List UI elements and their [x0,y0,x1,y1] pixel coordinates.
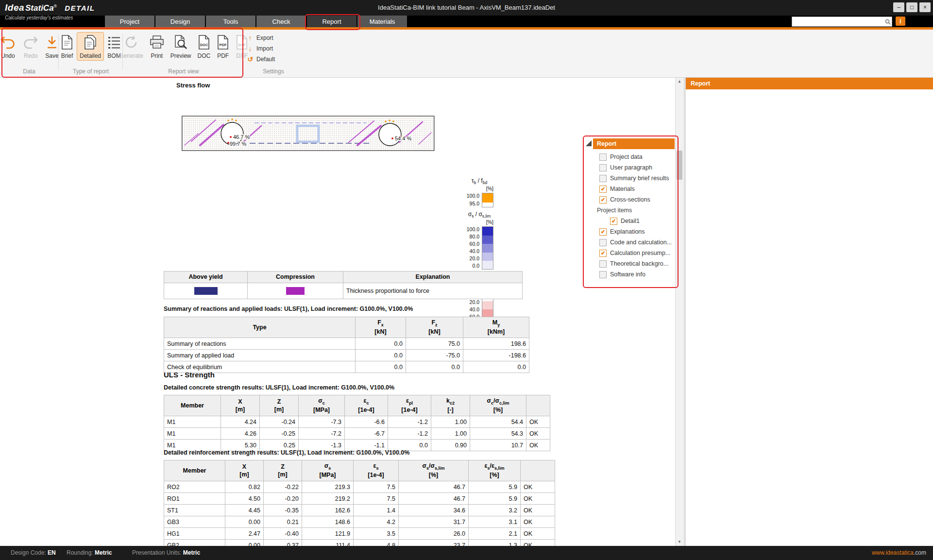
table-row: Thickness proportional to force [164,283,523,299]
print-button[interactable]: Print [147,33,167,60]
checkbox-checked-icon[interactable]: ✔ [599,250,607,257]
panel-checkbox-item[interactable]: ✔Calculation presump... [593,248,675,258]
table-row: M14.26-0.25-7.2-6.7-1.21.0054.3OK [164,428,550,440]
table-row: GB20.000.37111.44.823.71.3OK [164,540,555,546]
logo-tagline: Calculate yesterday's estimates [5,15,104,20]
brief-button[interactable]: Brief [58,33,76,60]
table-cell: 26.0 [399,528,469,540]
search-icon[interactable] [884,19,892,25]
table-cell: 148.6 [302,516,354,528]
generate-button[interactable]: Generate [117,33,146,60]
column-header: εpl[1e-4] [388,395,431,416]
checkbox-unchecked-icon[interactable] [599,271,607,278]
column-header: Z[m] [264,460,302,481]
tab-report[interactable]: Report [307,16,356,27]
table-cell: 54.4 [470,416,526,428]
app-window: IdeaStatiCa-BIM link tutorial Beam - Axi… [0,0,933,560]
table-cell: 0.0 [406,361,463,373]
vertical-scrollbar[interactable]: ▲ ▼ [675,77,684,546]
table-cell: 0.21 [264,516,302,528]
import-label: Import [256,45,273,52]
scrollbar-thumb[interactable] [677,151,682,180]
report-items-panel-header[interactable]: Report [593,138,675,149]
rounding-status: Rounding: Metric [67,549,112,556]
checkbox-unchecked-icon[interactable] [599,260,607,268]
checkbox-checked-icon[interactable]: ✔ [610,218,617,225]
minimize-icon[interactable]: – [893,2,904,12]
panel-checkbox-item[interactable]: Theoretical backgro... [593,258,675,269]
panel-checkbox-item[interactable]: Code and calculation... [593,237,675,248]
legend-color-segment [482,244,493,252]
redo-button[interactable]: Redo [20,33,41,60]
column-header: Member [164,460,225,481]
column-header: Member [164,395,221,416]
checkbox-unchecked-icon[interactable] [599,175,607,182]
panel-item-label: Project items [597,207,632,214]
accent-bar [0,27,933,30]
undo-button[interactable]: Undo [0,33,18,60]
table-cell: 4.50 [225,493,264,505]
save-icon [46,34,58,51]
column-header: Fx[kN] [356,317,406,338]
panel-checkbox-item[interactable]: Project data [593,152,675,162]
detailed-button[interactable]: Detailed [77,33,103,60]
table-row: RO20.82-0.22219.37.546.75.9OK [164,481,555,493]
panel-checkbox-item[interactable]: ✔Cross-sections [593,194,675,205]
table-row: RO14.50-0.20219.27.546.75.9OK [164,493,555,505]
printer-icon [150,34,164,51]
tab-tools[interactable]: Tools [206,16,255,27]
checkbox-checked-icon[interactable]: ✔ [599,186,607,193]
export-button[interactable]: ↑ Export [247,34,300,42]
legend-tick-label: 0.0 [472,263,479,269]
pdf-export-button[interactable]: PDF PDF [214,33,232,60]
stress-flow-heading: Stress flow [176,82,210,89]
doc-export-button[interactable]: DOC DOC [195,33,213,60]
tab-project[interactable]: Project [105,16,154,27]
panel-item-label: User paragraph [610,164,652,171]
export-label: Export [256,34,273,41]
generate-refresh-icon [124,34,138,51]
logo-statica: StatiCa [25,3,54,13]
panel-checkbox-item[interactable]: ✔Materials [593,184,675,194]
uls-strength-heading: ULS - Strength [164,371,215,379]
table-cell: OK [526,416,550,428]
panel-collapse-icon[interactable] [586,139,592,148]
checkbox-checked-icon[interactable]: ✔ [599,228,607,236]
tab-check[interactable]: Check [256,16,306,27]
tab-strip: Project Design Tools Check Report Materi… [0,16,933,27]
search-input[interactable] [792,18,884,25]
panel-checkbox-item[interactable]: ✔Detail1 [593,216,675,226]
license-info-button[interactable]: i [896,17,905,26]
table-cell: RO2 [164,481,225,493]
panel-checkbox-item[interactable]: Summary brief results [593,173,675,184]
svg-text:DXF: DXF [238,43,246,47]
close-icon[interactable]: × [919,2,931,12]
legend-tick-label: 20.0 [470,255,479,261]
panel-checkbox-item[interactable]: Software info [593,269,675,280]
default-button[interactable]: ↺ Default [247,55,300,64]
checkbox-unchecked-icon[interactable] [599,153,607,161]
stress-flow-plot: 46.7 % 99.7 % 54.4 % [182,113,435,153]
import-button[interactable]: ↓ Import [247,44,300,53]
website-link[interactable]: www.ideastatica.com [872,549,926,556]
window-controls: – □ × [893,2,931,12]
panel-checkbox-item[interactable]: ✔Explanations [593,226,675,237]
checkbox-unchecked-icon[interactable] [599,239,607,246]
report-dock-header[interactable]: Report [686,77,933,89]
logo-idea: Idea [5,2,24,13]
checkbox-unchecked-icon[interactable] [599,164,607,171]
legend-tick-label: 100.0 [467,193,479,199]
tab-design[interactable]: Design [155,16,205,27]
scroll-down-icon[interactable]: ▼ [676,538,683,546]
tab-materials[interactable]: Materials [357,16,407,27]
table-cell: -198.6 [463,350,529,361]
preview-button[interactable]: Preview [168,33,194,60]
table-cell: 2.47 [225,528,264,540]
data-table: MemberX[m]Z[m]σc[MPa]εc[1e-4]εpl[1e-4]kc… [164,395,550,451]
panel-section-label: Project items [593,205,675,216]
concrete-results-table: MemberX[m]Z[m]σc[MPa]εc[1e-4]εpl[1e-4]kc… [164,395,550,451]
scroll-up-icon[interactable]: ▲ [676,77,683,85]
checkbox-checked-icon[interactable]: ✔ [599,196,607,204]
panel-checkbox-item[interactable]: User paragraph [593,162,675,173]
maximize-icon[interactable]: □ [906,2,917,12]
